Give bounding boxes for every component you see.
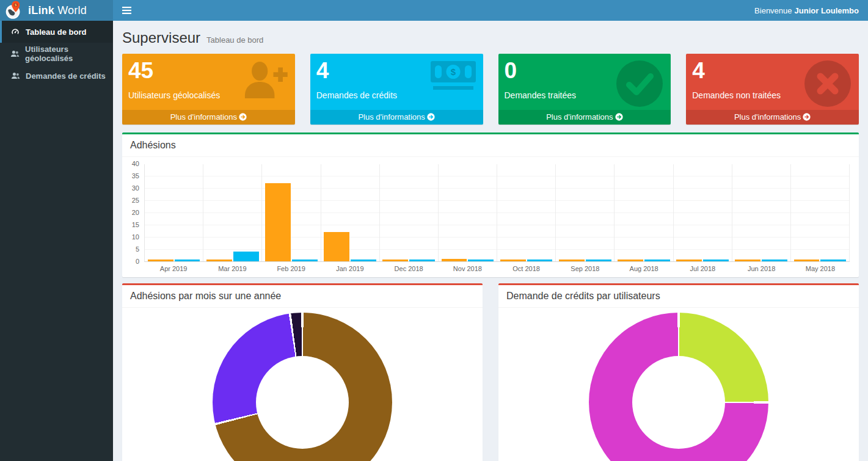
y-axis-tick: 20	[132, 209, 139, 216]
dashboard-icon	[10, 27, 20, 36]
info-box-label: Demandes non traitées	[692, 90, 853, 100]
navbar: Bienvenue Junior Loulembo	[113, 0, 868, 21]
sidebar-item-label: Utilisateurs géolocalisés	[25, 45, 113, 63]
brand-bold: iLink	[28, 4, 54, 16]
brand-name: iLink World	[28, 4, 87, 17]
arrow-circle-right-icon	[803, 112, 811, 122]
x-axis-label: Nov 2018	[438, 265, 497, 272]
more-info-label: Plus d'informations	[546, 112, 613, 122]
info-box-utilisateurs-geolocalises: 45 Utilisateurs géolocalisés Plus d'info…	[122, 54, 295, 125]
globe-pin-logo-icon: $	[5, 1, 22, 20]
y-axis-tick: 5	[136, 246, 139, 253]
bar-adhesions-cyan	[820, 260, 846, 261]
y-axis-tick: 30	[132, 185, 139, 192]
bar-adhesions-cyan	[468, 260, 494, 261]
users-icon	[10, 71, 20, 80]
more-info-label: Plus d'informations	[734, 112, 801, 122]
info-box-more-link[interactable]: Plus d'informations	[686, 110, 859, 125]
brand-light: World	[57, 4, 87, 16]
x-axis-label: Dec 2018	[379, 265, 438, 272]
users-icon	[10, 49, 20, 58]
welcome-prefix: Bienvenue	[754, 6, 792, 15]
bar-plot-area	[144, 164, 850, 262]
page-title: Superviseur	[122, 29, 200, 46]
bar-adhesions-cyan	[233, 252, 259, 261]
credits-donut-chart	[589, 313, 768, 461]
y-axis-tick: 15	[132, 222, 139, 228]
chart-panel-title: Adhésions par mois sur une année	[122, 285, 483, 308]
adhesions-donut-chart	[213, 313, 392, 461]
y-axis-tick: 25	[132, 197, 139, 204]
bar-adhesions-cyan	[644, 260, 670, 261]
bar-category	[615, 164, 673, 261]
info-box-demandes-non-traitees: 4 Demandes non traitées Plus d'informati…	[686, 54, 859, 125]
info-box-value: 0	[505, 57, 665, 84]
user-menu[interactable]: Bienvenue Junior Loulembo	[745, 0, 868, 21]
brand-logo[interactable]: $ iLink World	[0, 0, 113, 21]
arrow-circle-right-icon	[239, 112, 247, 122]
bar-category	[439, 164, 497, 261]
sidebar-item-demandes-de-credits[interactable]: Demandes de crédits	[0, 65, 113, 87]
info-box-value: 4	[316, 57, 477, 84]
bar-adhesions-orange	[265, 183, 291, 261]
adhesions-chart-panel: Adhésions 0510152025303540 Apr 2019Mar 2…	[122, 132, 859, 277]
donut-panels-row: Adhésions par mois sur une année Demande…	[122, 283, 859, 461]
bar-adhesions-orange	[206, 260, 232, 261]
y-axis-tick: 40	[132, 161, 139, 167]
info-box-more-link[interactable]: Plus d'informations	[310, 110, 483, 125]
info-box-label: Utilisateurs géolocalisés	[128, 90, 289, 100]
sidebar-toggle-button[interactable]	[113, 0, 140, 21]
bar-adhesions-orange	[324, 232, 349, 261]
x-axis-label: Mar 2019	[203, 265, 261, 272]
bar-adhesions-cyan	[762, 260, 787, 261]
sidebar-item-utilisateurs-geolocalises[interactable]: Utilisateurs géolocalisés	[0, 43, 113, 65]
bar-adhesions-orange	[500, 260, 526, 261]
bar-category	[203, 164, 262, 261]
bar-adhesions-cyan	[527, 260, 553, 261]
bar-category	[791, 164, 850, 261]
welcome-username: Junior Loulembo	[795, 6, 859, 15]
sidebar-item-tableau-de-bord[interactable]: Tableau de bord	[0, 21, 113, 43]
x-axis-label: May 2018	[791, 265, 850, 272]
bar-category	[674, 164, 732, 261]
x-axis-label: Sep 2018	[556, 265, 615, 272]
bar-adhesions-orange	[442, 259, 467, 261]
bar-adhesions-cyan	[586, 260, 611, 261]
info-box-value: 4	[692, 57, 853, 84]
info-box-row: 45 Utilisateurs géolocalisés Plus d'info…	[122, 54, 859, 125]
bar-category	[321, 164, 380, 261]
bar-adhesions-orange	[148, 260, 173, 261]
bar-adhesions-cyan	[292, 260, 318, 261]
bar-adhesions-orange	[794, 260, 820, 261]
y-axis: 0510152025303540	[126, 164, 144, 262]
hamburger-icon	[122, 7, 131, 14]
sidebar-item-label: Tableau de bord	[26, 27, 86, 37]
x-axis-label: Feb 2019	[262, 265, 321, 272]
y-axis-tick: 10	[132, 234, 139, 241]
bar-adhesions-cyan	[351, 260, 376, 261]
x-axis-label: Jan 2019	[321, 265, 379, 272]
x-axis-label: Jul 2018	[673, 265, 732, 272]
more-info-label: Plus d'informations	[170, 112, 237, 122]
adhesions-donut-panel: Adhésions par mois sur une année	[122, 283, 483, 461]
bar-adhesions-cyan	[703, 260, 729, 261]
top-header: $ iLink World Bienvenue Junior Loulembo	[0, 0, 868, 21]
bar-category	[145, 164, 203, 261]
y-axis-tick: 0	[136, 258, 139, 265]
info-box-more-link[interactable]: Plus d'informations	[498, 110, 671, 125]
bar-category	[556, 164, 615, 261]
x-axis-label: Aug 2018	[615, 265, 673, 272]
y-axis-tick: 35	[132, 173, 139, 180]
bar-adhesions-cyan	[175, 260, 200, 261]
bar-adhesions-orange	[559, 260, 585, 261]
chart-panel-title: Adhésions	[122, 134, 859, 157]
main-content: Superviseur Tableau de bord 45 Utilisate…	[113, 21, 868, 461]
bar-adhesions-orange	[618, 260, 643, 261]
more-info-label: Plus d'informations	[358, 112, 425, 122]
info-box-demandes-traitees: 0 Demandes traitées Plus d'informations	[498, 54, 671, 125]
bar-adhesions-cyan	[409, 260, 435, 261]
info-box-label: Demandes de crédits	[316, 90, 477, 100]
info-box-label: Demandes traitées	[505, 90, 665, 100]
bar-category	[262, 164, 321, 261]
info-box-more-link[interactable]: Plus d'informations	[122, 110, 295, 125]
